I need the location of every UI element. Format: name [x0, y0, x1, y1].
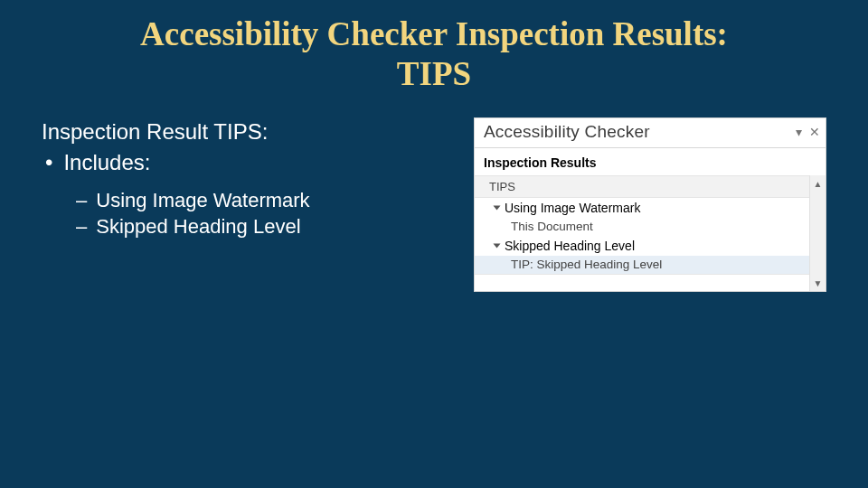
- content-row: Inspection Result TIPS: Includes: Using …: [42, 117, 826, 292]
- bullet-list: Includes: Using Image Watermark Skipped …: [42, 148, 474, 240]
- dropdown-icon[interactable]: ▾: [796, 126, 802, 138]
- expand-icon: [494, 244, 501, 249]
- panel-header: Accessibility Checker ▾ ✕: [475, 118, 826, 148]
- panel-title: Accessibility Checker: [484, 122, 796, 142]
- result-item-heading[interactable]: Skipped Heading Level: [475, 236, 809, 256]
- list-overflow: [475, 274, 809, 278]
- title-line-1: Accessibility Checker Inspection Results…: [140, 15, 728, 52]
- scroll-track[interactable]: [810, 192, 826, 275]
- bullet-includes: Includes: Using Image Watermark Skipped …: [42, 148, 474, 240]
- panel-subheader: Inspection Results: [475, 148, 826, 175]
- expand-icon: [494, 206, 501, 211]
- scroll-down-icon[interactable]: ▼: [810, 275, 826, 291]
- close-icon[interactable]: ✕: [809, 126, 820, 138]
- slide-title: Accessibility Checker Inspection Results…: [0, 0, 868, 95]
- text-column: Inspection Result TIPS: Includes: Using …: [42, 117, 474, 292]
- title-line-2: TIPS: [397, 55, 471, 92]
- scroll-up-icon[interactable]: ▲: [810, 175, 826, 192]
- results-list: TIPS Using Image Watermark This Document…: [475, 175, 809, 291]
- vertical-scrollbar[interactable]: ▲ ▼: [809, 175, 826, 291]
- panel-body: TIPS Using Image Watermark This Document…: [475, 175, 826, 291]
- tips-group-header[interactable]: TIPS: [475, 175, 809, 198]
- subheading: Inspection Result TIPS:: [42, 117, 474, 146]
- accessibility-checker-panel: Accessibility Checker ▾ ✕ Inspection Res…: [474, 117, 826, 292]
- panel-header-icons: ▾ ✕: [796, 126, 820, 138]
- result-item-watermark[interactable]: Using Image Watermark: [475, 198, 809, 218]
- result-subitem-tip-heading[interactable]: TIP: Skipped Heading Level: [475, 256, 809, 274]
- sub-bullet-watermark: Using Image Watermark: [76, 187, 474, 214]
- slide: Accessibility Checker Inspection Results…: [0, 0, 868, 488]
- result-subitem-this-document[interactable]: This Document: [475, 218, 809, 236]
- sub-bullet-heading: Skipped Heading Level: [76, 213, 474, 240]
- sub-bullet-list: Using Image Watermark Skipped Heading Le…: [45, 187, 474, 240]
